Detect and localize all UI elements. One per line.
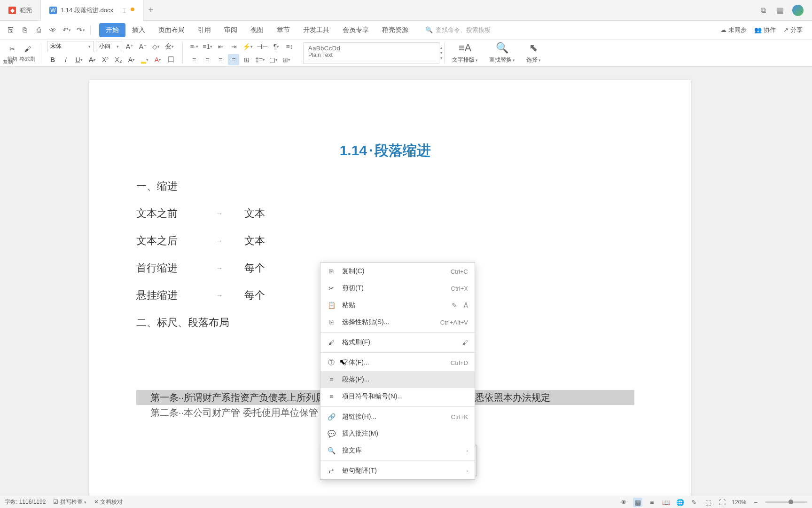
menu-vip[interactable]: 会员专享: [336, 23, 375, 37]
paste-special-icon: ⎘: [327, 318, 336, 326]
menu-layout[interactable]: 页面布局: [152, 23, 191, 37]
word-count[interactable]: 字数: 1116/1192: [5, 498, 46, 506]
strikethrough-button[interactable]: A̶▾: [86, 54, 98, 65]
subscript-button[interactable]: X₂: [113, 54, 124, 65]
ctx-cut[interactable]: ✂剪切(T)Ctrl+X: [320, 280, 475, 297]
undo-icon[interactable]: ↶▾: [60, 24, 73, 37]
paste-text-icon[interactable]: Ā: [464, 302, 468, 309]
view-web-icon[interactable]: 🌐: [675, 498, 685, 507]
redo-icon[interactable]: ↷▾: [74, 24, 87, 37]
ctx-font[interactable]: Ⓣ字体(F)...Ctrl+D: [320, 354, 475, 371]
doc-proof-toggle[interactable]: ✕ 文档校对: [94, 498, 123, 506]
view-draft-icon[interactable]: ✎: [689, 498, 699, 507]
preview-icon[interactable]: 👁: [46, 24, 59, 37]
menu-chapter[interactable]: 章节: [270, 23, 297, 37]
highlight-button[interactable]: ▂▾: [139, 54, 150, 65]
status-right: 👁 ▤ ≡ 📖 🌐 ✎ ⬚ ⛶ 120% −: [619, 498, 807, 507]
style-sample: AaBbCcDd: [308, 45, 434, 52]
command-search[interactable]: 🔍 查找命令、搜索模板: [425, 26, 491, 34]
menu-tabs: 开始 插入 页面布局 引用 审阅 视图 章节 开发工具 会员专享 稻壳资源: [99, 23, 415, 37]
sort-button[interactable]: ⚡▾: [242, 41, 254, 52]
menu-view[interactable]: 视图: [244, 23, 270, 37]
fit-width-icon[interactable]: ⬚: [703, 498, 713, 507]
eye-icon[interactable]: 👁: [619, 498, 628, 507]
proof-icon: ✕: [94, 499, 99, 505]
select-button[interactable]: ⬉ 选择▾: [521, 42, 547, 64]
superscript-button[interactable]: X²: [100, 54, 111, 65]
tab-button[interactable]: ⊣⊢: [256, 41, 269, 52]
fullscreen-icon[interactable]: ⛶: [718, 498, 727, 507]
ctx-paragraph[interactable]: ≡段落(P)...: [320, 371, 475, 388]
save-icon[interactable]: 🖫: [4, 24, 17, 37]
char-border-button[interactable]: 囗: [165, 54, 177, 65]
ctx-format-painter[interactable]: 🖌格式刷(F)🖌: [320, 334, 475, 351]
bullets-button[interactable]: ≡·▾: [188, 41, 200, 52]
italic-button[interactable]: I: [60, 54, 71, 65]
paste-option-icon[interactable]: ✎: [452, 302, 457, 309]
view-page-icon[interactable]: ▤: [633, 498, 642, 507]
distribute-button[interactable]: ⊞: [241, 54, 252, 65]
print-icon[interactable]: ⎙: [32, 24, 45, 37]
spell-check-toggle[interactable]: ☑ 拼写检查 ▾: [53, 498, 86, 506]
show-marks-button[interactable]: ¶▾: [271, 41, 282, 52]
decrease-font-button[interactable]: A⁻: [137, 41, 148, 52]
increase-font-button[interactable]: A⁺: [124, 41, 135, 52]
menu-reference[interactable]: 引用: [191, 23, 218, 37]
sync-status[interactable]: ☁未同步: [720, 26, 747, 34]
text-effects-button[interactable]: A▾: [126, 54, 137, 65]
line-spacing-button[interactable]: ≡↕: [284, 41, 295, 52]
tab-home[interactable]: ◆ 稻壳: [0, 0, 41, 21]
align-center-button[interactable]: ≡: [202, 54, 213, 65]
font-color-button[interactable]: A▾: [152, 54, 164, 65]
menu-review[interactable]: 审阅: [218, 23, 244, 37]
text-layout-button[interactable]: ≡A 文字排版▾: [446, 42, 484, 64]
tab-add-button[interactable]: +: [143, 5, 158, 15]
align-left-button[interactable]: ≡: [188, 54, 200, 65]
menu-start[interactable]: 开始: [99, 23, 125, 37]
saveas-icon[interactable]: ⎘: [18, 24, 31, 37]
shading-button[interactable]: ▢▾: [268, 54, 279, 65]
font-size-select[interactable]: 小四▾: [96, 41, 122, 52]
ctx-bullets-numbering[interactable]: ≡项目符号和编号(N)...: [320, 388, 475, 405]
font-family-select[interactable]: 宋体▾: [47, 41, 94, 52]
ctx-copy[interactable]: ⎘复制(C)Ctrl+C: [320, 263, 475, 280]
format-painter-button[interactable]: 🖌: [20, 43, 35, 55]
style-gallery[interactable]: AaBbCcDd Plain Text: [303, 42, 439, 64]
phonetic-button[interactable]: 变▾: [164, 41, 175, 52]
numbering-button[interactable]: ≡1▾: [202, 41, 213, 52]
line-space2-button[interactable]: ‡≡▾: [254, 54, 266, 65]
cut-button[interactable]: ✂: [7, 43, 18, 55]
menu-dev[interactable]: 开发工具: [297, 23, 336, 37]
search-doc-icon: 🔍: [327, 447, 336, 454]
grid-icon[interactable]: ▦: [775, 6, 785, 15]
zoom-level[interactable]: 120%: [732, 499, 746, 506]
zoom-out-icon[interactable]: −: [751, 498, 760, 507]
style-scroll[interactable]: ▴▾▾: [440, 46, 442, 60]
ctx-translate[interactable]: ⇄短句翻译(T)›: [320, 462, 475, 479]
borders-button[interactable]: ⊞▾: [281, 54, 292, 65]
share-button[interactable]: ↗分享: [783, 26, 803, 34]
view-read-icon[interactable]: 📖: [661, 498, 671, 507]
view-outline-icon[interactable]: ≡: [647, 498, 656, 507]
chevron-down-icon: ▾: [117, 44, 119, 49]
window-mode-icon[interactable]: ⧉: [758, 6, 768, 15]
align-right-button[interactable]: ≡: [215, 54, 226, 65]
find-replace-button[interactable]: 🔍 查找替换▾: [484, 42, 521, 64]
underline-button[interactable]: U▾: [73, 54, 85, 65]
collab-button[interactable]: 👥协作: [754, 26, 776, 34]
decrease-indent-button[interactable]: ⇤: [215, 41, 226, 52]
ctx-search-wenku[interactable]: 🔍搜文库›: [320, 442, 475, 459]
clear-format-button[interactable]: ◇▾: [150, 41, 162, 52]
tab-document[interactable]: W 1.14 段落缩进.docx ⌶: [41, 0, 143, 21]
increase-indent-button[interactable]: ⇥: [228, 41, 240, 52]
ctx-paste-special[interactable]: ⎘选择性粘贴(S)...Ctrl+Alt+V: [320, 314, 475, 331]
user-avatar[interactable]: [792, 5, 804, 16]
ctx-hyperlink[interactable]: 🔗超链接(H)...Ctrl+K: [320, 408, 475, 425]
bold-button[interactable]: B: [47, 54, 58, 65]
ctx-comment[interactable]: 💬插入批注(M): [320, 425, 475, 442]
ctx-paste[interactable]: 📋粘贴✎Ā: [320, 297, 475, 314]
menu-resource[interactable]: 稻壳资源: [375, 23, 415, 37]
menu-insert[interactable]: 插入: [125, 23, 152, 37]
align-justify-button[interactable]: ≡: [228, 54, 239, 65]
zoom-slider[interactable]: [765, 501, 807, 503]
